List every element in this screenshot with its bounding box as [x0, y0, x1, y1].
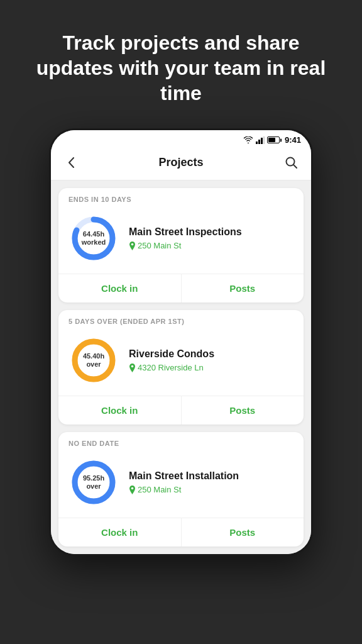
posts-button[interactable]: Posts [182, 396, 304, 425]
posts-button[interactable]: Posts [182, 518, 304, 547]
location-pin-icon [129, 364, 136, 372]
svg-point-11 [131, 365, 134, 367]
battery-icon [267, 136, 280, 143]
page-title: Projects [158, 156, 203, 169]
project-card-3: NO END DATE 95.25h over Main Street Inst… [58, 432, 304, 547]
posts-button[interactable]: Posts [182, 274, 304, 303]
donut-status: over [86, 482, 101, 490]
project-info: Riverside Condos 4320 Riverside Ln [129, 348, 293, 372]
location-pin-icon [129, 486, 136, 494]
svg-point-8 [131, 243, 134, 245]
project-address: 4320 Riverside Ln [129, 363, 293, 372]
svg-rect-1 [258, 140, 260, 144]
status-time: 9:41 [285, 135, 301, 145]
card-main: 45.40h over Riverside Condos 4320 Rivers… [58, 330, 304, 396]
svg-line-5 [293, 165, 297, 168]
project-name: Main Street Inspections [129, 226, 293, 238]
svg-rect-2 [261, 138, 263, 144]
card-header-label: NO END DATE [58, 432, 304, 452]
donut-chart: 45.40h over [69, 335, 119, 386]
donut-label: 64.45h worked [82, 230, 106, 247]
clock-in-button[interactable]: Clock in [58, 518, 182, 547]
hero-heading: Track projects and share updates with yo… [0, 0, 362, 128]
donut-hours: 95.25h [83, 474, 104, 482]
wifi-icon [243, 136, 253, 144]
donut-chart: 95.25h over [69, 457, 119, 508]
svg-rect-3 [263, 136, 265, 144]
status-icons: 9:41 [243, 135, 301, 145]
phone-screen: 9:41 Projects ENDS IN 10 DAYS [51, 130, 311, 554]
project-info: Main Street Inspections 250 Main St [129, 226, 293, 250]
project-name: Main Street Installation [129, 470, 293, 482]
donut-label: 45.40h over [83, 352, 104, 369]
card-main: 95.25h over Main Street Installation 250… [58, 452, 304, 518]
location-pin-icon [129, 242, 136, 250]
search-button[interactable] [282, 153, 300, 171]
card-actions: Clock in Posts [58, 518, 304, 547]
donut-status: over [86, 360, 101, 368]
project-info: Main Street Installation 250 Main St [129, 470, 293, 494]
donut-hours: 64.45h [83, 230, 104, 238]
project-card-1: ENDS IN 10 DAYS 64.45h worked Main Stree… [58, 188, 304, 303]
clock-in-button[interactable]: Clock in [58, 274, 182, 303]
card-header-label: 5 DAYS OVER (ENDED APR 1ST) [58, 310, 304, 330]
card-main: 64.45h worked Main Street Inspections 25… [58, 208, 304, 274]
phone-frame: 9:41 Projects ENDS IN 10 DAYS [49, 128, 313, 556]
svg-rect-0 [256, 142, 258, 144]
donut-chart: 64.45h worked [69, 213, 119, 264]
card-actions: Clock in Posts [58, 396, 304, 425]
donut-status: worked [82, 238, 106, 246]
project-address: 250 Main St [129, 485, 293, 494]
project-name: Riverside Condos [129, 348, 293, 360]
signal-icon [256, 136, 265, 144]
project-card-2: 5 DAYS OVER (ENDED APR 1ST) 45.40h over … [58, 310, 304, 425]
card-actions: Clock in Posts [58, 274, 304, 303]
project-address: 250 Main St [129, 241, 293, 250]
svg-point-14 [131, 487, 134, 489]
clock-in-button[interactable]: Clock in [58, 396, 182, 425]
donut-hours: 45.40h [83, 352, 104, 360]
donut-label: 95.25h over [83, 474, 104, 491]
back-button[interactable] [62, 153, 80, 171]
projects-list: ENDS IN 10 DAYS 64.45h worked Main Stree… [51, 180, 311, 554]
status-bar: 9:41 [51, 130, 311, 147]
nav-bar: Projects [51, 147, 311, 180]
card-header-label: ENDS IN 10 DAYS [58, 188, 304, 208]
